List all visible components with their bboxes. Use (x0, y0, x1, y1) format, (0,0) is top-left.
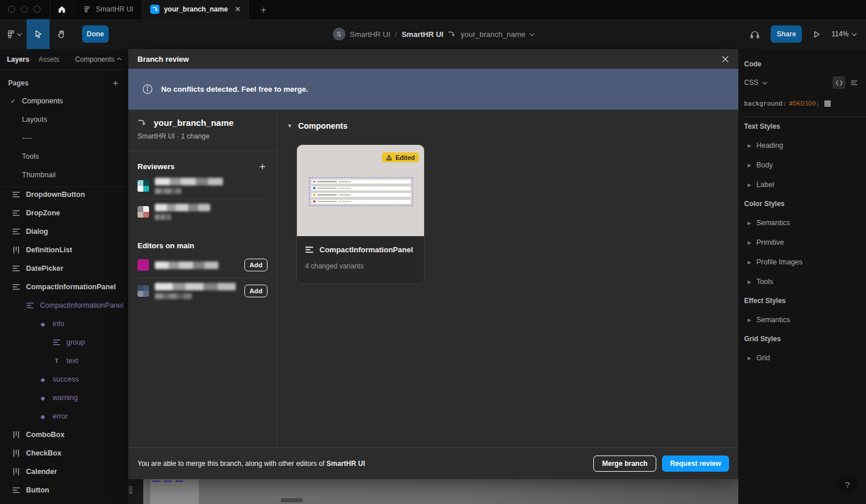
style-item-semantics[interactable]: ▶Semantics (744, 310, 860, 330)
status-dot (313, 194, 315, 196)
merge-branch-button[interactable]: Merge branch (593, 456, 656, 472)
help-button[interactable]: ? (837, 474, 858, 495)
triangle-right-icon[interactable]: ▶ (748, 260, 751, 265)
move-tool-button[interactable] (27, 19, 50, 49)
triangle-right-icon[interactable]: ▶ (748, 318, 751, 323)
layer-item-group[interactable]: group (0, 333, 128, 352)
zoom-level-control[interactable]: 114% (831, 30, 856, 38)
layer-item-error[interactable]: ◆error (0, 407, 128, 425)
branch-icon (448, 31, 456, 38)
tab-assets[interactable]: Assets (39, 55, 60, 64)
breadcrumb-org[interactable]: SmartHR UI (350, 30, 391, 39)
tab-smarthr-ui[interactable]: SmartHR UI (74, 0, 142, 19)
style-item-profile-images[interactable]: ▶Profile Images (744, 252, 860, 272)
style-item-body[interactable]: ▶Body (744, 155, 860, 175)
breadcrumb-branch[interactable]: your_branch_name (460, 30, 525, 39)
style-item-primitive[interactable]: ▶Primitive (744, 233, 860, 252)
chevron-down-icon[interactable] (762, 80, 767, 84)
page-item-components[interactable]: ✓Components (0, 92, 128, 110)
tab-layers[interactable]: Layers (7, 55, 29, 64)
layer-item-success[interactable]: ◆success (0, 370, 128, 389)
new-tab-button[interactable]: ＋ (249, 3, 277, 16)
triangle-right-icon[interactable]: ▶ (748, 143, 751, 148)
hand-tool-button[interactable] (50, 19, 73, 49)
avatar (137, 206, 149, 218)
style-item-label: Semantics (756, 219, 790, 227)
layer-item-definitionlist[interactable]: DefinitionList (0, 241, 128, 259)
warning-triangle-icon (386, 155, 392, 160)
chevron-down-icon (17, 31, 21, 36)
add-editor-button[interactable]: Add (244, 259, 267, 271)
table-view-icon[interactable] (848, 76, 860, 89)
triangle-right-icon[interactable]: ▶ (748, 240, 751, 245)
add-reviewer-icon[interactable]: ＋ (257, 159, 267, 173)
branch-name: your_branch_name (154, 118, 233, 128)
tab-your-branch-name[interactable]: your_branch_name ✕ (142, 0, 250, 19)
window-zoom-button[interactable] (34, 6, 40, 13)
triangle-right-icon[interactable]: ▶ (748, 221, 751, 226)
add-editor-button[interactable]: Add (244, 285, 267, 297)
layer-item-button[interactable]: Button (0, 481, 128, 499)
editors-title: Editors on main (137, 241, 194, 250)
triangle-right-icon[interactable]: ▶ (748, 163, 751, 168)
css-code-line[interactable]: background: #D6D3D0; (744, 100, 860, 107)
style-item-label: Tools (756, 278, 773, 286)
window-minimize-button[interactable] (21, 6, 28, 13)
home-button[interactable] (50, 0, 74, 19)
style-item-semantics[interactable]: ▶Semantics (744, 213, 860, 233)
chevron-down-icon[interactable] (530, 31, 534, 36)
style-item-heading[interactable]: ▶Heading (744, 136, 860, 155)
share-button[interactable]: Share (771, 25, 802, 43)
layer-item-checkbox[interactable]: CheckBox (0, 444, 128, 462)
layer-item-compactinformationpanel[interactable]: CompactInformationPanel (0, 278, 128, 296)
page-item-thumbnail[interactable]: Thumbnail (0, 166, 128, 184)
page-item-layouts[interactable]: Layouts (0, 110, 128, 129)
page-item--[interactable]: ---- (0, 129, 128, 147)
layer-item-warning[interactable]: ◆warning (0, 389, 128, 407)
triangle-right-icon[interactable]: ▶ (748, 356, 751, 361)
style-item-label: Heading (756, 141, 783, 150)
add-page-icon[interactable]: ＋ (111, 77, 120, 89)
canvas[interactable]: 450 (128, 479, 738, 504)
close-icon[interactable] (722, 55, 729, 63)
avatar[interactable]: S (333, 28, 345, 40)
layer-item-dropzone[interactable]: DropZone (0, 204, 128, 222)
layer-item-calender[interactable]: Calender (0, 462, 128, 481)
layer-label: Button (26, 486, 49, 494)
branch-icon (137, 119, 147, 126)
breadcrumb-file[interactable]: SmartHR UI (402, 30, 443, 39)
done-button[interactable]: Done (82, 25, 109, 43)
layer-item-text[interactable]: Ttext (0, 352, 128, 370)
layer-item-dialog[interactable]: Dialog (0, 222, 128, 241)
present-play-icon[interactable] (812, 30, 821, 39)
tab-label: your_branch_name (164, 5, 228, 13)
request-review-button[interactable]: Request review (662, 456, 729, 472)
layer-item-compactinformationpanel[interactable]: CompactInformationPanel (0, 296, 128, 315)
audio-headphones-icon[interactable] (749, 29, 760, 40)
page-item-tools[interactable]: Tools (0, 147, 128, 166)
layer-item-datepicker[interactable]: DatePicker (0, 259, 128, 278)
layer-label: DefinitionList (26, 246, 72, 254)
tab-close-icon[interactable]: ✕ (235, 5, 240, 13)
components-section-header[interactable]: ▼ Components (287, 121, 738, 130)
style-item-grid[interactable]: ▶Grid (744, 348, 860, 368)
page-label: Thumbnail (22, 171, 55, 179)
css-value: #D6D3D0; (789, 100, 820, 107)
layer-item-combobox[interactable]: ComboBox (0, 425, 128, 444)
code-view-icon[interactable] (832, 76, 845, 89)
layer-item-info[interactable]: ◆info (0, 315, 128, 333)
triangle-right-icon[interactable]: ▶ (748, 182, 751, 188)
window-close-button[interactable] (8, 6, 15, 13)
tab-label: SmartHR UI (96, 5, 133, 13)
style-item-tools[interactable]: ▶Tools (744, 272, 860, 292)
pages-title: Pages (8, 79, 28, 87)
code-language-dropdown[interactable]: CSS (744, 79, 759, 87)
layer-label: Calender (26, 468, 57, 476)
redacted-text (155, 204, 210, 211)
main-menu-button[interactable] (0, 19, 27, 49)
changed-component-card[interactable]: Edited CompactInformationPanel 4 changed… (296, 144, 425, 284)
style-item-label[interactable]: ▶Label (744, 175, 860, 195)
panel-dropdown-components[interactable]: Components (75, 55, 121, 64)
layer-item-dropdownbutton[interactable]: DropdownButton (0, 185, 128, 204)
triangle-right-icon[interactable]: ▶ (748, 279, 751, 285)
